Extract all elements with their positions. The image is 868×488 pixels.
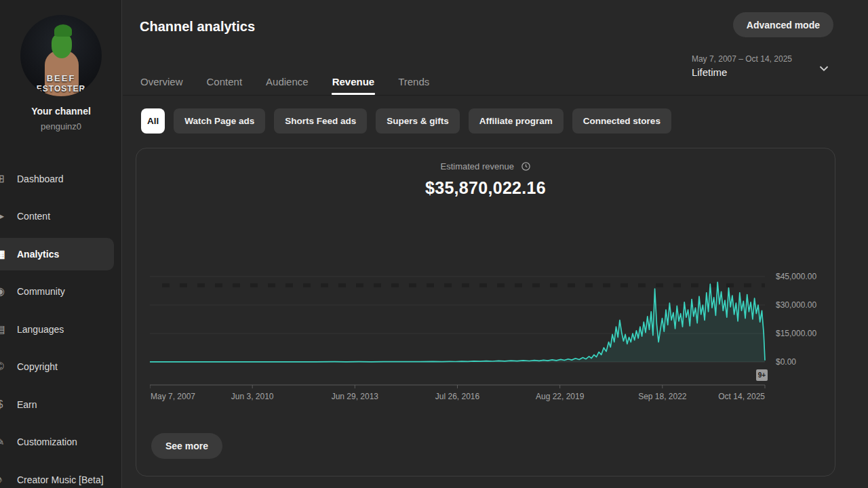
sidebar-item-label: Dashboard: [17, 174, 64, 184]
sidebar: BEEF ESTOSTER Your channel penguinz0 ⊞Da…: [0, 0, 122, 488]
chevron-down-icon[interactable]: [816, 61, 831, 76]
date-range-label: May 7, 2007 – Oct 14, 2025: [692, 54, 792, 64]
earn-icon: $: [0, 398, 7, 411]
x-axis-tick-label: Aug 22, 2019: [536, 392, 584, 401]
metric-label: Estimated revenue: [440, 161, 513, 171]
x-axis-tick-label: Jul 26, 2016: [435, 392, 479, 401]
chip-affiliate-program[interactable]: Affiliate program: [469, 108, 564, 134]
y-axis-tick-label: $45,000.00: [776, 272, 816, 281]
analytics-header: Channel analytics OverviewContentAudienc…: [123, 0, 868, 96]
tab-content[interactable]: Content: [206, 68, 243, 95]
sidebar-item-content[interactable]: ▶Content: [0, 198, 122, 236]
y-axis-tick-label: $15,000.00: [776, 329, 816, 338]
x-axis-labels: May 7, 2007Jun 3, 2010Jun 29, 2013Jul 26…: [150, 392, 766, 404]
chip-shorts-feed-ads[interactable]: Shorts Feed ads: [274, 108, 367, 134]
clock-icon: [521, 161, 531, 174]
sidebar-item-label: Customization: [17, 436, 77, 447]
x-axis-tick-label: Sep 18, 2022: [638, 392, 686, 401]
avatar-hair: [54, 24, 72, 37]
content-icon: ▶: [0, 209, 7, 223]
y-axis-tick-label: $30,000.00: [776, 300, 816, 310]
avatar-beard: [52, 34, 72, 58]
copyright-icon: ©: [0, 360, 7, 373]
x-axis-tick-label: Jun 3, 2010: [231, 392, 274, 401]
revenue-chart[interactable]: $45,000.00$30,000.00$15,000.00$0.00 May …: [150, 275, 766, 411]
sidebar-item-label: Creator Music [Beta]: [17, 474, 104, 485]
estimated-revenue-card: Estimated revenue $35,870,022.16 $45,000…: [136, 148, 835, 476]
x-axis-tick-label: Jun 29, 2013: [332, 392, 378, 401]
revenue-area-fill: [150, 282, 765, 362]
sidebar-menu: ⊞Dashboard▶Content▦Analytics◉Community▤L…: [0, 160, 122, 488]
sidebar-item-label: Languages: [17, 324, 64, 335]
revenue-filter-chips: AllWatch Page adsShorts Feed adsSupers &…: [141, 108, 671, 134]
x-axis-tick-label: Oct 14, 2025: [718, 392, 765, 401]
metric-value: $35,870,022.16: [136, 178, 835, 198]
see-more-button[interactable]: See more: [151, 433, 222, 459]
chip-supers-gifts[interactable]: Supers & gifts: [376, 108, 460, 134]
revenue-line-chart[interactable]: [150, 275, 766, 411]
y-axis-tick-label: $0.00: [776, 357, 796, 367]
sidebar-item-creator-music-beta-[interactable]: ♪Creator Music [Beta]: [0, 461, 122, 488]
channel-avatar[interactable]: BEEF ESTOSTER: [20, 15, 102, 96]
languages-icon: ▤: [0, 323, 7, 336]
advanced-mode-button[interactable]: Advanced mode: [733, 12, 833, 37]
tab-audience[interactable]: Audience: [265, 68, 309, 95]
main-content: Channel analytics OverviewContentAudienc…: [123, 0, 868, 488]
tab-revenue[interactable]: Revenue: [332, 68, 376, 95]
sidebar-item-earn[interactable]: $Earn: [0, 386, 122, 424]
avatar-caption: BEEF: [20, 73, 102, 83]
dashboard-icon: ⊞: [0, 172, 7, 186]
sidebar-item-label: Community: [17, 286, 65, 297]
sidebar-item-customization[interactable]: ✎Customization: [0, 424, 122, 462]
channel-handle: penguinz0: [0, 121, 122, 131]
music-icon: ♪: [0, 473, 7, 487]
avatar-caption: ESTOSTER: [20, 84, 102, 94]
sidebar-item-copyright[interactable]: ©Copyright: [0, 348, 122, 386]
analytics-icon: ▦: [0, 247, 7, 261]
tab-trends[interactable]: Trends: [397, 68, 430, 95]
chip-connected-stores[interactable]: Connected stores: [572, 108, 671, 134]
page-title: Channel analytics: [140, 19, 255, 35]
analytics-tabs: OverviewContentAudienceRevenueTrends: [140, 68, 430, 95]
tab-overview[interactable]: Overview: [140, 68, 184, 95]
period-label: Lifetime: [692, 66, 792, 78]
date-range-picker[interactable]: May 7, 2007 – Oct 14, 2025 Lifetime: [692, 54, 792, 78]
x-axis-tick-label: May 7, 2007: [151, 392, 195, 401]
sidebar-item-label: Analytics: [17, 249, 59, 260]
sidebar-item-languages[interactable]: ▤Languages: [0, 310, 122, 348]
chip-watch-page-ads[interactable]: Watch Page ads: [174, 108, 265, 134]
chip-all[interactable]: All: [141, 108, 165, 134]
customization-icon: ✎: [0, 435, 7, 449]
community-icon: ◉: [0, 285, 7, 298]
sidebar-item-label: Copyright: [17, 361, 58, 372]
sidebar-item-analytics[interactable]: ▦Analytics: [0, 235, 122, 273]
sidebar-item-label: Earn: [17, 399, 37, 410]
sidebar-item-dashboard[interactable]: ⊞Dashboard: [0, 160, 122, 198]
sidebar-item-community[interactable]: ◉Community: [0, 273, 122, 311]
timeline-videos-badge[interactable]: 9+: [756, 369, 768, 381]
sidebar-item-label: Content: [17, 211, 50, 222]
your-channel-label: Your channel: [0, 106, 122, 117]
